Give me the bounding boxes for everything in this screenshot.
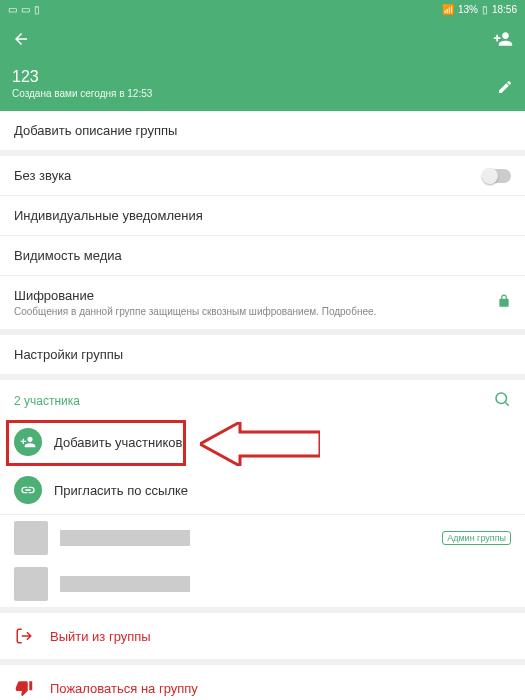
back-button[interactable] [12, 30, 30, 53]
link-circle-icon [14, 476, 42, 504]
group-subtitle: Создана вами сегодня в 12:53 [12, 88, 152, 99]
add-participants-row[interactable]: Добавить участников [0, 418, 525, 466]
mute-row[interactable]: Без звука [0, 156, 525, 195]
mute-toggle[interactable] [483, 169, 511, 183]
signal-icon: 📶 [442, 4, 454, 15]
edit-button[interactable] [497, 79, 513, 99]
status-icon: ▯ [34, 4, 40, 15]
encryption-row[interactable]: Шифрование Сообщения в данной группе защ… [0, 276, 525, 329]
group-settings-row[interactable]: Настройки группы [0, 335, 525, 374]
lock-icon [497, 294, 511, 311]
battery-text: 13% [458, 4, 478, 15]
add-person-circle-icon [14, 428, 42, 456]
report-group-label: Пожаловаться на группу [50, 681, 198, 696]
member-name [60, 576, 190, 592]
clock-text: 18:56 [492, 4, 517, 15]
individual-notifications-row[interactable]: Индивидуальные уведомления [0, 196, 525, 235]
encryption-title: Шифрование [14, 288, 376, 303]
leave-group-label: Выйти из группы [50, 629, 151, 644]
search-icon[interactable] [493, 390, 511, 412]
avatar [14, 521, 48, 555]
add-description-row[interactable]: Добавить описание группы [0, 111, 525, 150]
invite-link-label: Пригласить по ссылке [54, 483, 188, 498]
member-name [60, 530, 190, 546]
add-participants-label: Добавить участников [54, 435, 182, 450]
participants-count: 2 участника [14, 394, 80, 408]
invite-link-row[interactable]: Пригласить по ссылке [0, 466, 525, 514]
encryption-subtitle: Сообщения в данной группе защищены сквоз… [14, 306, 376, 317]
member-row[interactable] [0, 561, 525, 607]
leave-group-row[interactable]: Выйти из группы [0, 613, 525, 659]
status-icon: ▭ [21, 4, 30, 15]
status-bar: ▭ ▭ ▯ 📶 13% ▯ 18:56 [0, 0, 525, 18]
app-header: 123 Создана вами сегодня в 12:53 [0, 18, 525, 111]
exit-icon [14, 627, 34, 645]
group-title: 123 [12, 68, 152, 86]
svg-line-1 [505, 402, 508, 405]
thumbs-down-icon [14, 679, 34, 697]
media-visibility-row[interactable]: Видимость медиа [0, 236, 525, 275]
add-person-icon[interactable] [493, 29, 513, 53]
admin-badge: Админ группы [442, 531, 511, 545]
status-icon: ▭ [8, 4, 17, 15]
battery-icon: ▯ [482, 4, 488, 15]
avatar [14, 567, 48, 601]
report-group-row[interactable]: Пожаловаться на группу [0, 665, 525, 700]
member-row[interactable]: Админ группы [0, 515, 525, 561]
svg-point-0 [496, 393, 507, 404]
mute-label: Без звука [14, 168, 71, 183]
